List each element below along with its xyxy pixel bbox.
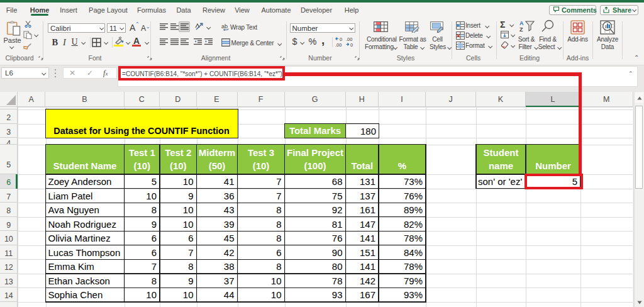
svg-text:.00: .00 xyxy=(335,42,341,48)
svg-text:A: A xyxy=(519,20,524,26)
svg-text:ab: ab xyxy=(221,23,228,30)
svg-text:.00: .00 xyxy=(346,36,352,42)
svg-text:Z: Z xyxy=(519,26,523,32)
svg-text:0: 0 xyxy=(350,42,353,47)
